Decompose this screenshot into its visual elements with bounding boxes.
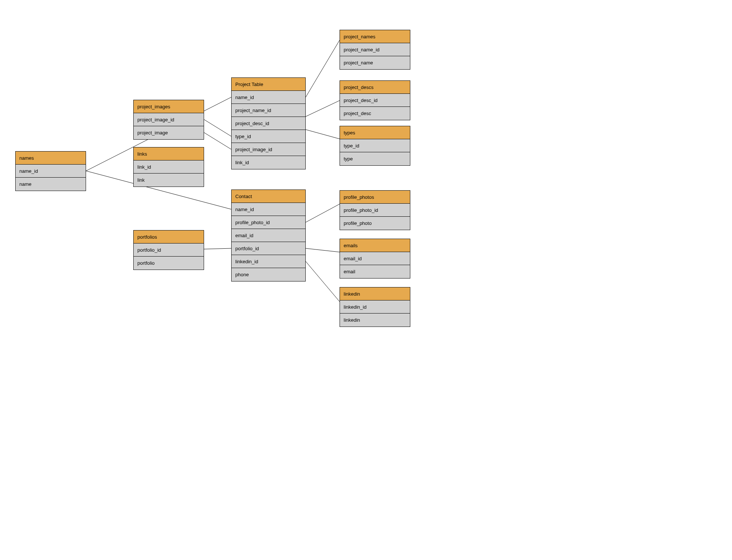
edge-project-to-projectnames — [306, 40, 340, 97]
table-profile-photos-field: profile_photo — [340, 217, 410, 230]
table-contact-field: linkedin_id — [232, 255, 305, 268]
table-types-field: type_id — [340, 139, 410, 152]
table-profile-photos-header: profile_photos — [340, 191, 410, 204]
table-contact-field: email_id — [232, 229, 305, 242]
table-project-names: project_names project_name_id project_na… — [340, 30, 410, 70]
edge-projectimages-to-project-a — [204, 120, 231, 136]
table-profile-photos-field: profile_photo_id — [340, 204, 410, 217]
edge-contact-to-profilephotos — [306, 204, 340, 222]
table-emails-field: email_id — [340, 252, 410, 265]
table-names: names name_id name — [15, 151, 86, 191]
table-project-table-field: project_desc_id — [232, 117, 305, 130]
table-linkedin: linkedin linkedin_id linkedin — [340, 287, 410, 327]
table-project-table-field: project_image_id — [232, 143, 305, 156]
table-types-header: types — [340, 126, 410, 139]
table-project-descs-header: project_descs — [340, 81, 410, 94]
table-types-field: type — [340, 152, 410, 165]
edge-project-to-types — [306, 130, 340, 139]
edge-contact-to-emails — [306, 248, 340, 252]
table-portfolios: portfolios portfolio_id portfolio — [133, 230, 204, 270]
table-project-names-field: project_name — [340, 56, 410, 69]
table-contact: Contact name_id profile_photo_id email_i… — [231, 190, 306, 281]
table-project-images-field: project_image_id — [134, 113, 204, 126]
table-profile-photos: profile_photos profile_photo_id profile_… — [340, 190, 410, 230]
table-contact-header: Contact — [232, 190, 305, 203]
table-project-table: Project Table name_id project_name_id pr… — [231, 77, 306, 169]
edge-contact-to-linkedin — [306, 261, 340, 302]
table-types: types type_id type — [340, 126, 410, 166]
table-linkedin-header: linkedin — [340, 287, 410, 300]
edge-project-to-projectdescs — [306, 101, 340, 117]
table-project-images-field: project_image — [134, 126, 204, 139]
table-contact-field: name_id — [232, 203, 305, 216]
table-contact-field: profile_photo_id — [232, 216, 305, 229]
table-project-descs-field: project_desc_id — [340, 94, 410, 107]
table-linkedin-field: linkedin_id — [340, 300, 410, 314]
table-names-field: name_id — [16, 165, 86, 178]
edge-portfolios-to-contact — [204, 248, 231, 249]
table-portfolios-field: portfolio — [134, 257, 204, 270]
table-links: links link_id link — [133, 147, 204, 187]
table-links-field: link — [134, 174, 204, 187]
table-links-header: links — [134, 147, 204, 160]
table-linkedin-field: linkedin — [340, 314, 410, 327]
table-emails-header: emails — [340, 239, 410, 252]
table-project-names-field: project_name_id — [340, 43, 410, 56]
edge-projectimages-to-project-b — [204, 133, 231, 149]
er-diagram-canvas: names name_id name project_images projec… — [0, 0, 732, 560]
table-portfolios-header: portfolios — [134, 230, 204, 244]
table-project-table-header: Project Table — [232, 78, 305, 91]
table-project-images-header: project_images — [134, 100, 204, 113]
table-emails: emails email_id email — [340, 239, 410, 279]
table-portfolios-field: portfolio_id — [134, 244, 204, 257]
table-project-names-header: project_names — [340, 30, 410, 43]
table-contact-field: portfolio_id — [232, 242, 305, 255]
table-project-table-field: name_id — [232, 91, 305, 104]
table-project-table-field: project_name_id — [232, 104, 305, 117]
table-project-images: project_images project_image_id project_… — [133, 100, 204, 140]
table-emails-field: email — [340, 265, 410, 278]
table-contact-field: phone — [232, 268, 305, 281]
table-project-descs-field: project_desc — [340, 107, 410, 120]
table-links-field: link_id — [134, 160, 204, 174]
table-names-field: name — [16, 178, 86, 191]
table-project-table-field: link_id — [232, 156, 305, 169]
table-names-header: names — [16, 152, 86, 165]
table-project-descs: project_descs project_desc_id project_de… — [340, 80, 410, 120]
table-project-table-field: type_id — [232, 130, 305, 143]
